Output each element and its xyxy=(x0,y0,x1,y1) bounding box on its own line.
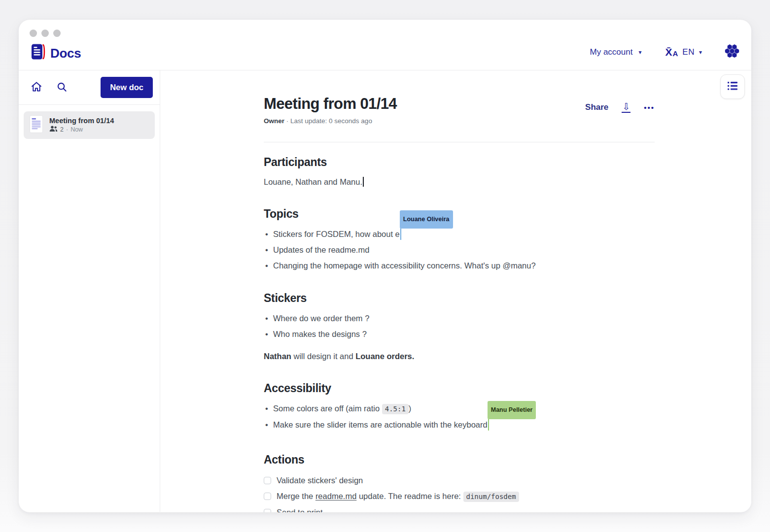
list-icon xyxy=(727,81,738,93)
task-label: Validate stickers' design xyxy=(277,472,363,488)
collab-cursor-manu: Manu Pelletier xyxy=(488,418,490,431)
task-label: Merge the readme.md update. The readme i… xyxy=(277,488,519,504)
participants-text: Louane, Nathan and Manu. xyxy=(264,177,362,186)
stickers-item-1: Where do we order them ? xyxy=(273,314,369,323)
list-item: Stickers for FOSDEM, how about eLouane O… xyxy=(264,226,655,242)
stickers-item-2: Who makes the designs ? xyxy=(273,330,367,338)
task-row: Validate stickers' design xyxy=(264,472,655,488)
bold-louane: Louane xyxy=(355,352,385,361)
window-controls xyxy=(30,30,61,37)
checkbox-send-to-print[interactable] xyxy=(264,509,271,513)
share-button[interactable]: Share xyxy=(585,102,608,112)
collab-caret xyxy=(400,228,402,240)
doc-item-title: Meeting from 01/14 xyxy=(49,117,114,125)
new-doc-button[interactable]: New doc xyxy=(101,77,153,98)
download-icon: ⇩ xyxy=(622,102,630,113)
participants-body: Louane, Nathan and Manu. xyxy=(264,176,655,188)
list-item: Where do we order them ? xyxy=(264,310,655,326)
topics-item-1: Stickers for FOSDEM, how about e xyxy=(273,230,400,238)
search-button[interactable] xyxy=(56,81,68,94)
list-item: Make sure the slider items are actionabl… xyxy=(264,417,655,432)
topics-item-3: Changing the homepage with accessibility… xyxy=(273,261,536,270)
language-code: EN xyxy=(682,47,695,57)
chevron-down-icon: ▾ xyxy=(638,49,641,56)
collab-user-label: Louane Oliveira xyxy=(400,210,453,229)
last-update-text: · Last update: 0 seconds ago xyxy=(284,117,372,125)
search-icon xyxy=(56,81,68,94)
task-row: Merge the readme.md update. The readme i… xyxy=(264,488,655,504)
collab-cursor-louane: Louane Oliveira xyxy=(400,228,402,240)
stickers-note: Nathan will design it and Louane orders. xyxy=(264,349,655,364)
window-dot xyxy=(41,30,49,37)
task-row: Send to print xyxy=(264,504,655,512)
accessibility-item-2: Make sure the slider items are actionabl… xyxy=(273,420,488,429)
main-area: Meeting from 01/14 Owner · Last update: … xyxy=(160,70,751,512)
chevron-down-icon: ▾ xyxy=(699,49,702,56)
document-editor[interactable]: Meeting from 01/14 Owner · Last update: … xyxy=(264,70,655,512)
app-name: Docs xyxy=(50,46,81,61)
owner-badge: Owner xyxy=(264,117,284,125)
readme-link[interactable]: readme.md xyxy=(315,492,356,500)
table-of-contents-button[interactable] xyxy=(720,74,745,99)
task2-mid: update. The readme is here: xyxy=(356,492,463,500)
ellipsis-icon: ••• xyxy=(644,103,655,112)
language-selector[interactable]: X̄A EN ▾ xyxy=(665,47,702,57)
apps-grid-button[interactable] xyxy=(724,43,740,61)
task-label: Send to print xyxy=(277,504,323,512)
doc-meta: Owner · Last update: 0 seconds ago xyxy=(264,117,397,125)
doc-list: Meeting from 01/14 xyxy=(19,105,160,145)
list-item: Changing the homepage with accessibility… xyxy=(264,258,655,273)
checkbox-validate-design[interactable] xyxy=(264,477,271,484)
docs-logo-icon xyxy=(31,43,46,63)
topics-item-2: Updates of the readme.md xyxy=(273,245,369,254)
heading-actions: Actions xyxy=(264,453,655,466)
sidebar: New doc xyxy=(19,70,160,512)
note-mid: will design it and xyxy=(291,352,355,361)
home-button[interactable] xyxy=(31,81,42,94)
desktop-background: Docs My account ▾ X̄A EN ▾ xyxy=(0,0,770,532)
code-ratio: 4.5:1 xyxy=(382,404,409,414)
doc-actions: Share ⇩ ••• xyxy=(585,102,655,113)
collab-user-label: Manu Pelletier xyxy=(488,401,536,419)
heading-accessibility: Accessibility xyxy=(264,382,655,395)
divider xyxy=(264,142,655,142)
window-dot xyxy=(53,30,61,37)
my-account-menu[interactable]: My account ▾ xyxy=(590,47,642,57)
heading-topics: Topics xyxy=(264,207,655,221)
separator-dot: · xyxy=(66,126,68,133)
heading-stickers: Stickers xyxy=(264,292,655,305)
doc-thumbnail-icon xyxy=(30,115,43,135)
list-item: Who makes the designs ? xyxy=(264,326,655,342)
heading-participants: Participants xyxy=(264,156,655,169)
text-cursor xyxy=(363,177,364,187)
gaufre-apps-icon xyxy=(724,43,740,61)
app-logo[interactable]: Docs xyxy=(31,43,81,63)
doc-item-subtitle: 2 · Now xyxy=(49,126,114,133)
topics-list: Stickers for FOSDEM, how about eLouane O… xyxy=(264,226,655,273)
task-list: Validate stickers' design Merge the read… xyxy=(264,472,655,512)
checkbox-merge-readme[interactable] xyxy=(264,493,271,500)
app-window: Docs My account ▾ X̄A EN ▾ xyxy=(19,20,751,512)
members-icon xyxy=(49,126,58,133)
accessibility-item-1: Some colors are off (aim ratio xyxy=(273,404,382,413)
header-right: My account ▾ X̄A EN ▾ xyxy=(590,43,740,61)
list-item: Some colors are off (aim ratio 4.5:1) xyxy=(264,400,655,417)
doc-updated: Now xyxy=(70,126,83,133)
collab-caret xyxy=(488,418,490,431)
download-button[interactable]: ⇩ xyxy=(622,102,630,113)
sidebar-toolbar: New doc xyxy=(19,70,160,105)
code-repo: dinum/fosdem xyxy=(463,492,519,502)
members-count: 2 xyxy=(60,126,64,133)
more-options-button[interactable]: ••• xyxy=(644,104,655,111)
bold-nathan: Nathan xyxy=(264,352,291,361)
home-icon xyxy=(31,81,42,94)
app-header: Docs My account ▾ X̄A EN ▾ xyxy=(19,20,751,70)
my-account-label: My account xyxy=(590,47,633,57)
window-dot xyxy=(30,30,37,37)
list-item: Updates of the readme.md xyxy=(264,242,655,258)
sidebar-item-meeting-doc[interactable]: Meeting from 01/14 xyxy=(24,111,155,139)
accessibility-list: Some colors are off (aim ratio 4.5:1) Ma… xyxy=(264,400,655,432)
translate-icon: X̄A xyxy=(665,47,678,57)
stickers-list: Where do we order them ? Who makes the d… xyxy=(264,310,655,342)
task2-pre: Merge the xyxy=(277,492,315,500)
